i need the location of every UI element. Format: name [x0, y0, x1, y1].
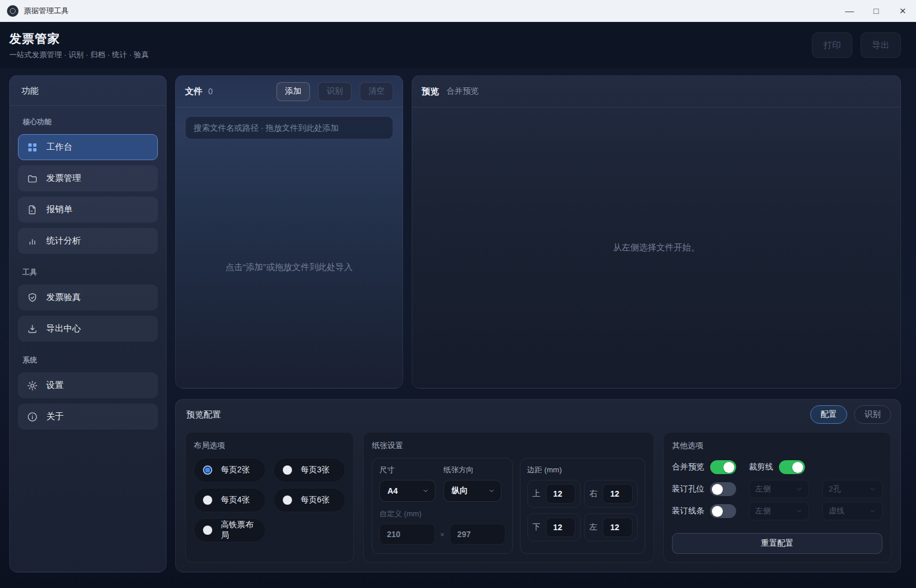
custom-width-input[interactable]	[379, 524, 435, 545]
layout-option-label: 每页2张	[221, 465, 250, 475]
margin-left-label: 左	[589, 522, 597, 532]
margin-bottom-input[interactable]	[546, 517, 576, 537]
sidebar-group-tools: 工具	[23, 268, 153, 278]
preview-config-panel: 预览配置 配置 识别 布局选项 每页2张	[175, 399, 901, 572]
layout-option-label: 高铁票布局	[221, 520, 256, 541]
files-panel: 文件 0 添加 识别 清空 点击“添加”或拖放文件到此处导入	[175, 75, 403, 389]
toggle-knob	[712, 506, 723, 517]
app-window: 票据管理工具 — □ × 发票管家 一站式发票管理 · 识别 · 归档 · 统计…	[0, 0, 916, 588]
custom-height-input[interactable]	[450, 524, 505, 545]
radio-selected-icon	[203, 465, 212, 475]
binding-line-toggle[interactable]	[710, 504, 736, 518]
app-header: 发票管家 一站式发票管理 · 识别 · 归档 · 统计 · 验真 打印 导出	[0, 22, 916, 68]
orientation-select[interactable]: 纵向	[444, 480, 501, 502]
tab-config[interactable]: 配置	[810, 405, 847, 424]
recognize-files-button[interactable]: 识别	[318, 82, 352, 101]
layout-option-3-per-page[interactable]: 每页3张	[274, 458, 345, 482]
margin-right-input[interactable]	[603, 484, 633, 504]
sidebar-item-about[interactable]: 关于	[18, 404, 158, 430]
header-actions: 打印 导出	[812, 32, 901, 58]
preview-body: 从左侧选择文件开始。	[412, 108, 900, 388]
config-tabs: 配置 识别	[810, 405, 891, 424]
export-button[interactable]: 导出	[860, 32, 901, 58]
binding-line-style-select[interactable]: 虚线	[822, 502, 882, 520]
files-title: 文件	[185, 86, 202, 97]
size-select[interactable]: A4	[379, 480, 435, 502]
minimize-button[interactable]: —	[836, 0, 863, 22]
files-panel-header: 文件 0 添加 识别 清空	[176, 76, 402, 108]
layout-option-train-ticket[interactable]: 高铁票布局	[194, 518, 265, 542]
binding-line-side-value: 左侧	[755, 506, 771, 516]
minimize-icon: —	[845, 6, 854, 16]
file-search-input[interactable]	[185, 116, 393, 139]
binding-line-label: 装订线条	[672, 506, 710, 516]
layout-options-card: 布局选项 每页2张 每页3张 每页4张	[185, 432, 354, 563]
clear-files-button[interactable]: 清空	[360, 82, 393, 101]
layout-option-4-per-page[interactable]: 每页4张	[194, 488, 265, 512]
sidebar-item-export-center[interactable]: 导出中心	[18, 316, 158, 342]
page-title: 发票管家	[9, 31, 149, 47]
add-files-button[interactable]: 添加	[276, 82, 310, 101]
sidebar-item-label: 关于	[46, 411, 64, 422]
binding-line-side-select[interactable]: 左侧	[749, 502, 809, 520]
margin-left-input[interactable]	[603, 517, 633, 537]
merge-preview-label: 合并预览	[672, 462, 710, 472]
sidebar-item-expense-report[interactable]: 报销单	[18, 197, 158, 223]
files-count: 0	[208, 87, 213, 96]
margins-grid: 上 右 下	[527, 480, 638, 541]
sidebar-body: 核心功能 工作台 发票管理 报销单 统计分析 工具	[10, 106, 166, 444]
margin-left-cell: 左	[584, 513, 638, 541]
margin-top-input[interactable]	[546, 484, 576, 504]
merge-preview-toggle[interactable]	[710, 460, 736, 474]
margin-right-label: 右	[589, 489, 597, 499]
sidebar-item-settings[interactable]: 设置	[18, 372, 158, 398]
sidebar-item-statistics[interactable]: 统计分析	[18, 228, 158, 254]
header-text: 发票管家 一站式发票管理 · 识别 · 归档 · 统计 · 验真	[9, 31, 149, 60]
other-options-card: 其他选项 合并预览 裁剪线 装订孔位 左侧	[663, 432, 891, 563]
info-icon	[27, 411, 38, 423]
punch-side-value: 左侧	[755, 484, 771, 494]
grid-icon	[27, 142, 38, 153]
close-button[interactable]: ×	[889, 0, 916, 22]
chevron-down-icon	[796, 508, 803, 515]
reset-config-button[interactable]: 重置配置	[672, 533, 882, 554]
chevron-down-icon	[869, 486, 876, 493]
close-icon: ×	[899, 5, 906, 17]
margin-top-cell: 上	[527, 480, 581, 508]
margin-bottom-cell: 下	[527, 513, 581, 541]
punch-side-select[interactable]: 左侧	[749, 480, 809, 498]
layout-options-grid: 每页2张 每页3张 每页4张 每页6张	[194, 458, 345, 542]
shield-check-icon	[27, 292, 38, 304]
sidebar-item-label: 发票管理	[46, 173, 81, 184]
paper-size-box: 尺寸 A4 纸张方向 纵向	[372, 458, 513, 554]
layout-option-2-per-page[interactable]: 每页2张	[194, 458, 265, 482]
print-button[interactable]: 打印	[812, 32, 852, 58]
punch-holes-value: 2孔	[829, 484, 841, 494]
tab-recognize[interactable]: 识别	[854, 405, 891, 424]
maximize-button[interactable]: □	[863, 0, 889, 22]
sidebar-group-core: 核心功能	[23, 117, 153, 127]
chevron-down-icon	[488, 487, 495, 494]
sidebar-item-invoice-management[interactable]: 发票管理	[18, 165, 158, 191]
punch-holes-select[interactable]: 2孔	[822, 480, 882, 498]
sidebar-item-workbench[interactable]: 工作台	[18, 134, 158, 160]
sidebar-item-invoice-verify[interactable]: 发票验真	[18, 284, 158, 310]
other-options-title: 其他选项	[672, 441, 882, 451]
titlebar: 票据管理工具 — □ ×	[0, 0, 916, 22]
sidebar-item-label: 发票验真	[46, 292, 81, 303]
cropline-toggle[interactable]	[779, 460, 805, 474]
preview-subtitle: 合并预览	[446, 86, 479, 97]
orientation-field: 纸张方向 纵向	[444, 465, 501, 502]
preview-panel-header: 预览 合并预览	[412, 76, 900, 108]
size-value: A4	[387, 486, 398, 495]
toggle-knob	[792, 462, 803, 473]
chevron-down-icon	[422, 487, 429, 494]
layout-option-6-per-page[interactable]: 每页6张	[274, 488, 345, 512]
config-header: 预览配置 配置 识别	[176, 400, 900, 430]
size-field: 尺寸 A4	[379, 465, 435, 502]
radio-icon	[283, 465, 292, 475]
maximize-icon: □	[873, 6, 878, 16]
punch-toggle[interactable]	[710, 482, 736, 496]
document-icon	[27, 204, 38, 216]
file-drop-zone[interactable]: 点击“添加”或拖放文件到此处导入	[176, 146, 402, 388]
